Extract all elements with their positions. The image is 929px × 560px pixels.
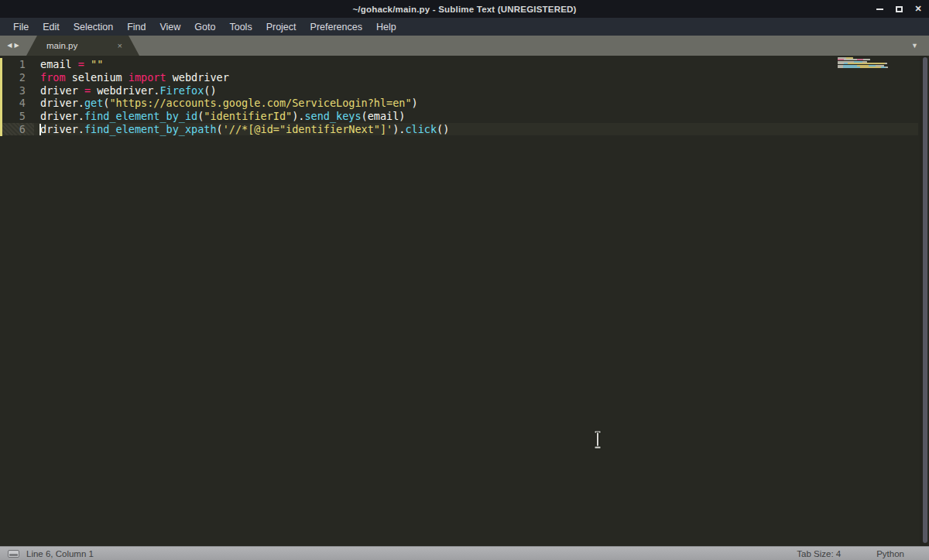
tab-size-status[interactable]: Tab Size: 4 <box>797 549 841 558</box>
code-token: email <box>40 58 78 70</box>
code-token: from <box>40 71 66 84</box>
tab-bar: ◀ ▶ main.py × ▼ <box>0 36 929 56</box>
code-token: Firefox <box>159 84 204 97</box>
minimap-line <box>838 65 884 67</box>
code-line[interactable]: driver = webdriver.Firefox() <box>40 84 449 97</box>
code-token: "identifierId" <box>204 110 292 122</box>
minimap-line <box>838 57 853 59</box>
code-token: find_element_by_xpath <box>84 123 217 135</box>
line-number: 2 <box>0 71 26 84</box>
minimap-line <box>838 59 870 60</box>
mouse-cursor-ibeam-icon <box>593 430 602 449</box>
code-token: driver. <box>40 97 84 109</box>
menu-item-selection[interactable]: Selection <box>67 18 120 36</box>
code-token: find_element_by_id <box>84 110 197 122</box>
code-token: ( <box>217 123 223 135</box>
code-token: () <box>437 123 449 135</box>
code-line[interactable]: driver.find_element_by_id("identifierId"… <box>40 110 449 123</box>
line-number: 5 <box>0 110 26 123</box>
code-lines[interactable]: email = ""from selenium import webdriver… <box>26 58 449 136</box>
code-token: "https://accounts.google.com/ServiceLogi… <box>109 97 411 109</box>
minimize-button[interactable] <box>873 3 886 15</box>
code-token: "" <box>91 58 103 70</box>
minimap-line <box>838 67 888 68</box>
tab-close-icon[interactable]: × <box>118 41 139 50</box>
close-button[interactable]: ✕ <box>912 3 924 15</box>
line-number-gutter: 123456 <box>0 58 26 136</box>
window-controls: ✕ <box>873 0 924 18</box>
code-token <box>84 58 91 70</box>
panel-toggle-icon[interactable] <box>8 550 19 558</box>
code-token: selenium <box>66 71 129 84</box>
tab-overflow-icon: ▼ <box>911 42 918 50</box>
code-token: click <box>405 123 437 135</box>
line-number: 6 <box>0 123 26 136</box>
line-number: 1 <box>0 58 26 71</box>
tab-scroll-left-icon[interactable]: ◀ <box>7 43 12 49</box>
syntax-status[interactable]: Python <box>876 549 904 558</box>
title-bar: ~/gohack/main.py - Sublime Text (UNREGIS… <box>0 0 929 18</box>
code-token: ). <box>393 123 405 135</box>
code-token: get <box>84 97 103 109</box>
code-line[interactable]: from selenium import webdriver <box>40 71 449 84</box>
menu-item-project[interactable]: Project <box>259 18 303 36</box>
minimize-icon <box>876 9 883 10</box>
minimap[interactable] <box>838 57 889 69</box>
tab-scroll-right-icon[interactable]: ▶ <box>15 43 19 49</box>
menu-item-help[interactable]: Help <box>369 18 403 36</box>
close-icon: ✕ <box>914 5 921 13</box>
code-token: driver. <box>40 110 84 122</box>
code-token: webdriver. <box>91 84 159 97</box>
minimap-line <box>838 61 867 63</box>
code-token: (email) <box>362 110 406 122</box>
code-token: ). <box>292 110 304 122</box>
menu-bar: FileEditSelectionFindViewGotoToolsProjec… <box>0 18 929 36</box>
code-token: () <box>204 84 216 97</box>
code-line-current[interactable]: driver.find_element_by_xpath('//*[@id="i… <box>40 123 449 136</box>
menu-item-view[interactable]: View <box>153 18 187 36</box>
code-token: ) <box>412 97 418 109</box>
maximize-button[interactable] <box>893 3 905 15</box>
code-area[interactable]: 123456 email = ""from selenium import we… <box>0 58 449 136</box>
code-token: send_keys <box>304 110 361 122</box>
menu-item-file[interactable]: File <box>6 18 36 36</box>
line-number: 3 <box>0 84 26 97</box>
code-token: = <box>78 58 84 70</box>
window-title: ~/gohack/main.py - Sublime Text (UNREGIS… <box>352 5 576 14</box>
menu-item-tools[interactable]: Tools <box>222 18 259 36</box>
code-token: driver. <box>40 123 84 135</box>
tab-scrollers: ◀ ▶ <box>0 36 26 56</box>
minimap-line <box>838 63 887 64</box>
menu-item-find[interactable]: Find <box>120 18 153 36</box>
cursor-position-status: Line 6, Column 1 <box>26 549 94 558</box>
code-token: webdriver <box>166 71 229 84</box>
tab-overflow-button[interactable]: ▼ <box>911 36 918 56</box>
editor[interactable]: 123456 email = ""from selenium import we… <box>0 56 929 546</box>
code-token: driver <box>40 84 84 97</box>
menu-item-preferences[interactable]: Preferences <box>303 18 369 36</box>
code-token: import <box>129 71 166 84</box>
vertical-scrollbar-thumb[interactable] <box>923 57 927 543</box>
code-line[interactable]: driver.get("https://accounts.google.com/… <box>40 97 449 110</box>
maximize-icon <box>896 6 903 12</box>
tab-main-py[interactable]: main.py × <box>26 36 139 56</box>
line-number: 4 <box>0 97 26 110</box>
code-line[interactable]: email = "" <box>40 58 449 71</box>
menu-item-edit[interactable]: Edit <box>36 18 67 36</box>
code-token: = <box>84 84 91 97</box>
code-token: '//*[@id="identifierNext"]' <box>223 123 393 135</box>
tab-label: main.py <box>26 41 118 50</box>
menu-item-goto[interactable]: Goto <box>187 18 222 36</box>
text-caret <box>39 124 41 135</box>
status-bar: Line 6, Column 1 Tab Size: 4 Python <box>0 546 929 560</box>
